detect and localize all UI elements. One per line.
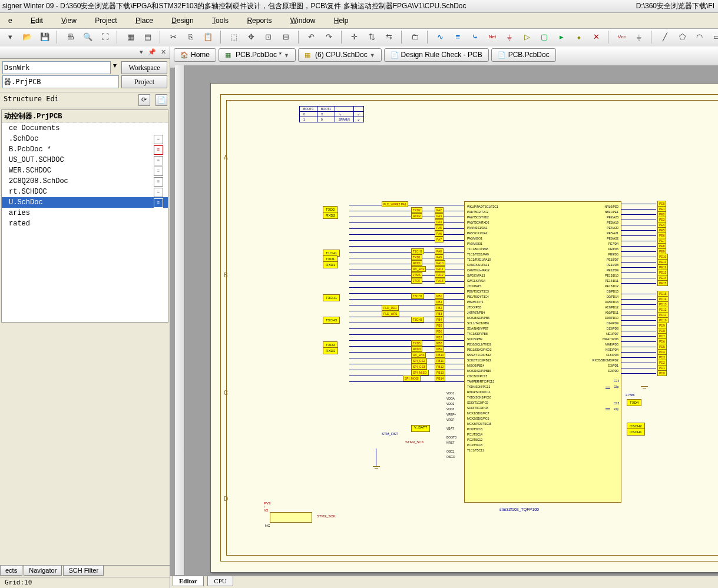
tab-schfilter[interactable]: SCH Filter <box>63 566 104 576</box>
gnd-icon[interactable]: ⏚ <box>632 30 646 44</box>
net-label[interactable]: JTCK <box>411 278 422 284</box>
net-label[interactable]: SPI_MISO <box>411 370 429 376</box>
net-label[interactable]: RXD1 <box>411 260 422 266</box>
menu-edit[interactable]: Edit <box>22 13 51 28</box>
net-label[interactable]: PLD_WIRE2 PA1 <box>382 201 408 207</box>
port[interactable]: RXD3 <box>323 347 338 354</box>
port[interactable]: RXD1 <box>323 261 338 268</box>
tree-project-header[interactable]: 动控制器.PrjPCB <box>2 110 168 123</box>
net-label[interactable]: PA12 <box>435 272 445 278</box>
net-label[interactable]: PE15 <box>657 280 668 286</box>
port[interactable]: RXD2 <box>323 212 338 219</box>
net-label[interactable]: PB12 <box>435 364 445 370</box>
net-label[interactable]: RXD2 <box>411 213 422 219</box>
net-label[interactable]: PA6 <box>435 231 444 237</box>
net-label[interactable]: PD0 <box>657 370 667 376</box>
doc-tab[interactable]: 🏠Home <box>174 48 216 62</box>
component-icon[interactable]: ▦ <box>124 30 138 44</box>
project-tree[interactable]: 动控制器.PrjPCB ce Documents.SchDoc≡B.PcbDoc… <box>1 109 168 323</box>
tree-item[interactable]: aries <box>2 208 168 218</box>
part-icon[interactable]: ▷ <box>520 30 534 44</box>
net-label[interactable]: PA7 <box>435 237 444 242</box>
tab-navigator[interactable]: Navigator <box>24 566 62 576</box>
deselect-icon[interactable]: ⊡ <box>262 30 276 44</box>
tree-item[interactable]: 2C8Q208.SchDoc≡ <box>2 176 168 187</box>
project-button[interactable]: Project <box>121 75 167 88</box>
bus-icon[interactable]: ≡ <box>451 30 465 44</box>
net-label[interactable]: PA11 <box>435 266 445 272</box>
menu-view[interactable]: View <box>53 13 85 28</box>
clear-icon[interactable]: ⊟ <box>279 30 293 44</box>
net-label[interactable]: PB1 <box>435 299 444 305</box>
select-icon[interactable]: ⬚ <box>227 30 241 44</box>
tab-editor[interactable]: Editor <box>173 576 204 586</box>
save-icon[interactable]: 💾 <box>38 30 52 44</box>
nav-icon[interactable]: ⇆ <box>382 30 396 44</box>
tree-item[interactable]: WER.SCHDOC≡ <box>2 165 168 176</box>
doc-tab[interactable]: ▦(6) CPU.SchDoc▼ <box>298 48 382 62</box>
net-label[interactable]: PA5 <box>435 225 444 231</box>
noerc-icon[interactable]: ✕ <box>589 30 603 44</box>
net-label[interactable]: PB7 <box>435 334 444 340</box>
net-label[interactable]: PB11 <box>435 358 445 364</box>
menu-place[interactable]: Place <box>127 13 161 28</box>
redo-icon[interactable]: ↷ <box>322 30 336 44</box>
port-icon[interactable]: ⬥ <box>572 30 586 44</box>
tree-item[interactable]: US_OUT.SCHDOC≡ <box>2 155 168 165</box>
net-label[interactable]: JTMS <box>411 272 422 278</box>
arc-icon[interactable]: ◠ <box>692 30 706 44</box>
net-label[interactable]: SPI_MOSI <box>403 376 421 381</box>
port[interactable]: T3CH3 <box>323 317 340 324</box>
new-icon[interactable]: ▾ <box>3 30 17 44</box>
menu-file[interactable]: e <box>0 13 21 28</box>
net-label[interactable]: PB8 <box>435 340 444 346</box>
net-label[interactable]: PA10 <box>435 260 445 266</box>
vcc-icon[interactable]: Vcc <box>615 30 629 44</box>
sheet-sym-icon[interactable]: ▢ <box>537 30 551 44</box>
net-label[interactable]: TXD2 <box>411 207 422 213</box>
net-label[interactable]: TXD3 <box>411 340 422 346</box>
tree-item[interactable]: ce Documents <box>2 123 168 134</box>
project-input[interactable] <box>2 75 119 88</box>
tree-item[interactable]: U.SchDoc≡ <box>2 197 168 208</box>
poly-icon[interactable]: ⬠ <box>675 30 689 44</box>
net-label[interactable]: PB0 <box>435 293 444 299</box>
net-label[interactable]: PA3 <box>435 213 444 219</box>
tree-item[interactable]: B.PcbDoc *≡ <box>2 144 168 155</box>
net-label[interactable]: T3CH1 <box>411 293 424 299</box>
panel-close-icon[interactable]: ✕ <box>159 48 166 55</box>
paste-icon[interactable]: 📋 <box>201 30 215 44</box>
net-label[interactable]: PA9 <box>435 254 444 260</box>
menu-design[interactable]: Design <box>163 13 201 28</box>
port-osch1[interactable]: OSCH1 <box>627 428 645 436</box>
net-label[interactable]: PB9 <box>435 346 444 352</box>
port[interactable]: T3CH1 <box>323 294 340 301</box>
move-icon[interactable]: ✥ <box>244 30 259 44</box>
sheet-icon[interactable]: ▤ <box>141 30 155 44</box>
options-icon[interactable]: 📄 <box>155 94 167 106</box>
net-label[interactable]: RX_EN2 <box>411 266 426 272</box>
workspace-button[interactable]: Workspace <box>121 61 167 74</box>
copy-icon[interactable]: ⎘ <box>184 30 198 44</box>
net-label[interactable]: PB3 <box>435 311 444 317</box>
zoom-icon[interactable]: ⛶ <box>98 30 112 44</box>
cross-icon[interactable]: ✛ <box>348 30 362 44</box>
netlabel-icon[interactable]: Net <box>485 30 499 44</box>
doc-tab[interactable]: 📄PCB.PcbDoc <box>491 48 556 62</box>
net-label[interactable]: SPI_CS3 <box>411 364 427 370</box>
doc-tab[interactable]: 📄Design Rule Check - PCB <box>384 48 489 62</box>
net-label[interactable]: PB2 <box>435 305 444 311</box>
net-label[interactable]: TXD1 <box>411 254 422 260</box>
net-label[interactable]: PB5 <box>435 323 444 328</box>
menu-help[interactable]: Help <box>326 13 357 28</box>
rect-icon[interactable]: ▭ <box>710 30 718 44</box>
sheet-entry-icon[interactable]: ▸ <box>554 30 568 44</box>
menu-window[interactable]: Window <box>282 13 324 28</box>
menu-project[interactable]: Project <box>87 13 125 28</box>
net-label[interactable]: PB10 <box>435 352 445 358</box>
net-label[interactable]: PLD_WR1 <box>382 311 399 317</box>
tree-item[interactable]: .SchDoc≡ <box>2 134 168 144</box>
tab-projects[interactable]: ects <box>0 566 22 576</box>
power-icon[interactable]: ⏚ <box>502 30 517 44</box>
net-label[interactable]: RXD3 <box>411 346 422 352</box>
